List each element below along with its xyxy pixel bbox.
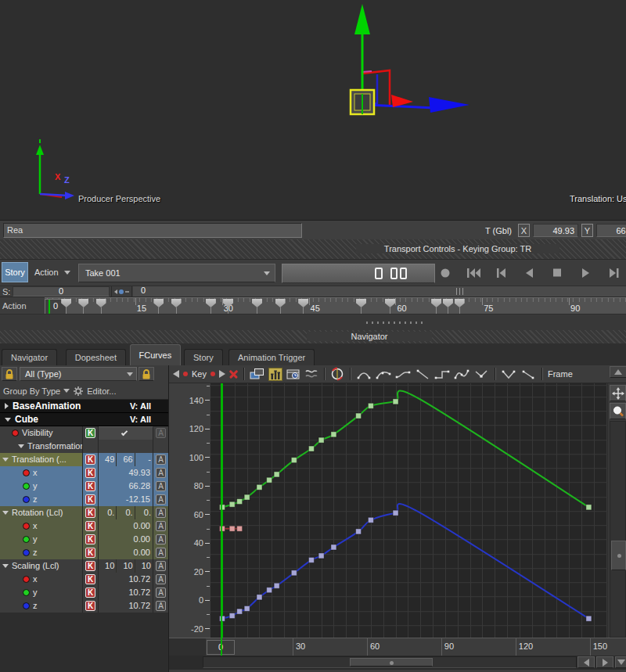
tangent-break-icon[interactable] [473,368,489,380]
curve-key-translation-z[interactable] [356,529,362,534]
anim-badge[interactable]: A [156,455,166,465]
snap-action-icon[interactable] [286,368,300,380]
tangent-linear-icon[interactable] [415,368,430,380]
curve-key-translation-y[interactable] [229,501,235,507]
take-select[interactable]: Take 001 [78,264,275,282]
tree-row-z[interactable]: zK0.00A [0,546,168,559]
tangent-step-icon[interactable] [434,368,450,380]
curve-key-translation-z[interactable] [331,544,336,550]
key-badge[interactable]: K [85,534,95,544]
panel-splitter[interactable] [0,314,626,330]
viewport-3d[interactable]: X Z Producer Perspective Translation: Us [0,0,626,220]
key-badge[interactable]: K [85,588,95,598]
tangent-auto-icon[interactable] [356,368,372,380]
keyframe-marker[interactable] [206,299,216,314]
tree-group-cube[interactable]: CubeV: All [0,413,168,426]
curve-key-translation-z[interactable] [586,616,592,621]
splitter-grip-icon[interactable] [456,288,465,295]
tree-row-visibility[interactable]: VisibilityKA [0,426,168,440]
tree-row-z[interactable]: zK10.72A [0,599,168,613]
keyframe-marker[interactable] [223,299,233,314]
property-value[interactable]: 0.00 [134,533,150,546]
next-key-button[interactable] [219,370,225,378]
tangent-spline-clamp-icon[interactable] [454,368,470,380]
curve-key-translation-y[interactable] [356,413,362,419]
curve-key-translation-z[interactable] [368,517,373,523]
curve-key-translation-z[interactable] [274,583,279,588]
scroll-right-button[interactable] [596,656,613,668]
go-to-start-button[interactable] [463,266,484,280]
curve-key-translation-y[interactable] [368,403,373,408]
tangent-out-icon[interactable] [520,368,536,380]
anim-badge[interactable]: A [156,481,166,491]
x-value-field[interactable]: 49.93 [533,224,578,237]
anim-badge[interactable]: A [156,588,166,598]
navigator-titlebar[interactable]: Navigator [0,330,626,343]
curve-key-translation-x[interactable] [229,526,235,531]
tree-group-baseanimation[interactable]: BaseAnimationV: All [0,400,168,413]
curve-view-icon[interactable] [250,368,264,380]
key-view-icon[interactable] [268,368,282,381]
curve-key-translation-z[interactable] [267,588,272,593]
anim-badge[interactable]: A [156,548,166,558]
tree-row-scaling-lcl[interactable]: Scaling (Lcl)K101010A [0,559,168,573]
key-badge[interactable]: K [85,574,95,584]
tab-navigator[interactable]: Navigator [2,349,57,365]
anim-badge[interactable]: A [156,534,166,544]
editor-button[interactable]: Editor... [87,386,116,396]
tree-row-z[interactable]: zK-12.15A [0,493,168,506]
scroll-left-button[interactable] [577,656,595,668]
tangent-spline-icon[interactable] [376,368,391,380]
anim-badge[interactable]: A [156,561,166,571]
scroll-up-button[interactable] [610,366,626,378]
story-tab-button[interactable]: Story [2,262,28,282]
translate-manipulator[interactable] [336,2,477,127]
key-badge[interactable]: K [85,508,95,518]
anim-badge[interactable]: A [156,428,166,438]
tab-story[interactable]: Story [184,349,223,365]
display-double-icon[interactable] [390,268,407,279]
tree-row-transformation[interactable]: Transformation [0,440,168,453]
horizontal-scrollbar[interactable] [203,656,577,668]
collapse-icon[interactable] [2,511,9,515]
curve-key-translation-y[interactable] [291,458,297,463]
axis-z-arrow[interactable] [368,105,434,108]
record-button[interactable] [435,266,455,280]
display-single-icon[interactable] [375,268,383,279]
property-value[interactable]: 49.93 [128,466,150,480]
tree-row-rotation-lcl[interactable]: Rotation (Lcl)K0.0.0.A [0,506,168,519]
tab-animation-trigger[interactable]: Animation Trigger [228,349,315,365]
key-badge[interactable]: K [85,455,95,465]
tab-dopesheet[interactable]: Dopesheet [66,349,126,365]
keyframe-marker[interactable] [252,299,262,314]
key-badge[interactable]: K [85,521,95,531]
keyframe-marker[interactable] [298,299,308,314]
property-value[interactable]: 66.28 [128,480,150,493]
curve-key-translation-y[interactable] [318,437,324,443]
key-badge[interactable]: K [85,548,95,558]
curve-key-translation-y[interactable] [274,472,279,477]
curve-plot[interactable] [210,383,607,638]
keyframe-marker[interactable] [96,299,106,314]
key-badge[interactable]: K [85,601,95,611]
anim-badge[interactable]: A [156,521,166,531]
checkmark-icon[interactable] [121,429,128,435]
curve-translation-y[interactable] [222,391,588,508]
keyframe-marker[interactable] [171,299,182,314]
curve-key-translation-z[interactable] [244,606,250,611]
property-value[interactable]: 10.72 [128,573,150,586]
tree-row-x[interactable]: xK0.00A [0,519,168,533]
key-badge[interactable]: K [85,428,95,438]
curve-key-translation-z[interactable] [229,613,235,619]
keyframe-marker[interactable] [443,299,453,314]
collapse-icon[interactable] [2,564,9,568]
curve-key-translation-z[interactable] [393,510,398,516]
tangent-in-icon[interactable] [501,368,516,380]
curve-key-translation-y[interactable] [237,499,243,505]
tangent-flat-icon[interactable] [395,368,411,380]
pan-icon[interactable] [610,385,626,401]
curve-key-translation-y[interactable] [267,477,272,483]
previous-key-button[interactable] [491,266,512,280]
lock-icon[interactable] [2,367,17,381]
gear-icon[interactable] [73,386,84,397]
